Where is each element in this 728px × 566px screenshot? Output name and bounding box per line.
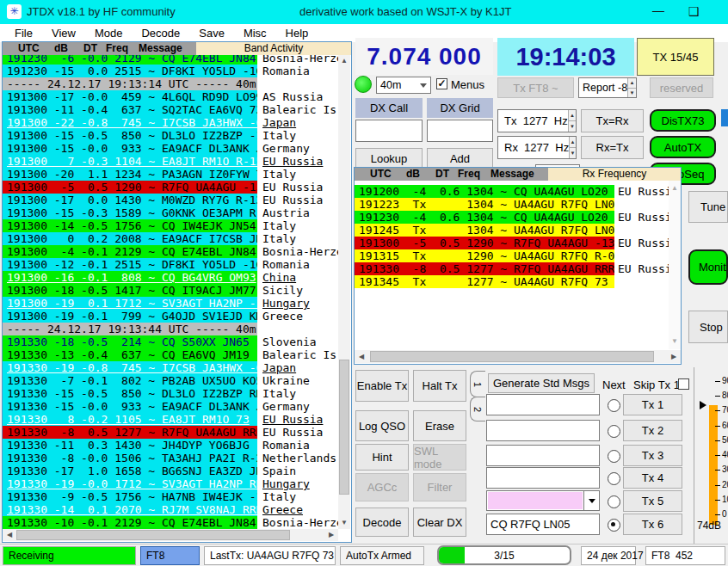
hscroll-thumb[interactable] [16, 530, 290, 540]
scroll-down-icon[interactable]: ▼ [669, 335, 681, 348]
decode-row[interactable]: China191300 -16 -0.1 808 ~ CQ BG4VRG OM9… [3, 271, 338, 284]
distx73-button[interactable]: DisTX73 [650, 109, 716, 132]
tx-select-radio-3[interactable] [608, 450, 620, 463]
clear-dx-button[interactable]: Clear DX [413, 508, 466, 537]
decode-row[interactable]: Hungary191330 -19 -0.0 1712 ~ SV3AGT HA2… [3, 477, 338, 490]
scroll-left-icon[interactable]: ◀ [4, 529, 15, 541]
tx-cycle-button[interactable]: TX 15/45 [637, 38, 714, 76]
decode-row[interactable]: Italy191300 -20 1.1 1234 ~ PA3AGN IZ0FYW… [3, 168, 338, 181]
menu-decode[interactable]: Decode [132, 24, 189, 42]
tx-6-button[interactable]: Tx 6 [623, 514, 682, 535]
meter-pointer-icon[interactable] [700, 401, 711, 409]
menu-help[interactable]: Help [276, 24, 318, 42]
tx-select-radio-1[interactable] [608, 399, 620, 412]
decode-row[interactable]: Germany191330 -15 -0.0 933 ~ EA9ACF DL3A… [3, 400, 338, 413]
decode-row[interactable]: Romania191330 -11 0.3 1430 ~ JH4DYP YO6B… [3, 439, 338, 452]
decode-row[interactable]: Bosnia-Herze191300 -4 -0.1 2129 ~ CQ E74… [3, 245, 338, 258]
tx-select-radio-4[interactable] [608, 472, 620, 485]
dx-grid-input[interactable] [427, 120, 493, 142]
menu-misc[interactable]: Misc [234, 24, 276, 42]
erase-button[interactable]: Erase [413, 410, 466, 441]
decode-row[interactable]: EU Russia191300 7 -0.3 1104 ~ EA8JT RM1O… [3, 155, 338, 168]
rx-offset-spinner[interactable]: Rx 1277 Hz ▲▼ [497, 136, 577, 159]
decode-row[interactable]: Italy191300 -15 -0.5 850 ~ DL3LO IZ2BZP … [3, 129, 338, 142]
hint-button[interactable]: Hint [355, 444, 409, 471]
menus-checkbox[interactable]: ✓ [436, 78, 447, 89]
decode-row[interactable]: Austria191300 -15 -0.3 1589 ~ G0KNK OE3A… [3, 206, 338, 219]
decode-row[interactable]: EU Russia191300 -5 0.5 1290 ~ R7FQ UA4AG… [3, 181, 338, 194]
decode-row[interactable]: Balearic Is.191330 -13 -0.4 637 ~ CQ EA6… [3, 348, 338, 361]
menu-view[interactable]: View [42, 24, 85, 42]
dx-call-input[interactable] [355, 120, 423, 142]
decode-row[interactable]: Italy191300 -14 -0.5 1756 ~ CQ IW4EJK JN… [3, 219, 338, 232]
report-spinner[interactable]: Report -8 ▲▼ [578, 77, 637, 98]
tx-5-button[interactable]: Tx 5 [623, 490, 682, 512]
decode-row[interactable]: Bosnia-Herze191330 -10 -0.1 2129 ~ CQ E7… [3, 516, 338, 529]
spinner-arrows-icon[interactable]: ▲▼ [627, 78, 636, 97]
decode-row[interactable]: 191345 Tx 1277 ~ UA4AGU R7FQ 73 [355, 275, 669, 288]
decode-row[interactable]: EU Russia191230 -4 0.6 1304 ~ CQ UA4AGU … [355, 211, 669, 224]
decode-row[interactable]: Greece191330 -14 0.1 2070 ~ RJ7M SV8NAJ … [3, 503, 338, 516]
decode-row[interactable]: Japan191330 -19 -0.8 745 ~ I7CSB JA3HWX … [3, 361, 338, 374]
tx-1-button[interactable]: Tx 1 [623, 394, 682, 415]
tx-message-combo[interactable] [486, 490, 600, 511]
decode-row[interactable]: 191315 Tx 1290 ~ UA4AGU R7FQ R-05 [355, 249, 669, 262]
decode-row[interactable]: Sicily191300 -18 -0.5 1417 ~ CQ IT9ACJ J… [3, 284, 338, 297]
stop-button[interactable]: Stop [688, 311, 728, 343]
agcc-button[interactable]: AGCc [355, 473, 409, 501]
skip-tx1-checkbox[interactable] [678, 378, 689, 390]
tx-4-button[interactable]: Tx 4 [623, 467, 682, 489]
decode-row[interactable]: Bosnia-Herze191230 -6 -0.0 2129 ~ CQ E74… [3, 55, 338, 65]
band-activity-hscrollbar[interactable]: ◀ ▶ [3, 529, 338, 541]
scroll-right-icon[interactable]: ▶ [326, 529, 336, 541]
decode-row[interactable]: 191245 Tx 1304 ~ UA4AGU R7FQ LN05 [355, 224, 669, 237]
hscroll-thumb[interactable] [370, 351, 654, 362]
decode-row[interactable]: Germany191300 -15 -0.0 933 ~ EA9ACF DL3A… [3, 142, 338, 155]
tune-button[interactable]: Tune [688, 191, 728, 223]
spinner-arrows-icon[interactable]: ▲▼ [568, 110, 576, 132]
scroll-right-icon[interactable]: ▶ [669, 350, 679, 363]
decode-row[interactable]: 191223 Tx 1304 ~ UA4AGU R7FQ LN05 [355, 198, 669, 211]
tx-message-input-4[interactable] [486, 467, 600, 489]
rx-frequency-hscrollbar[interactable]: ◀ ▶ [355, 350, 681, 363]
menu-save[interactable]: Save [189, 24, 234, 42]
autotx-button[interactable]: AutoTX [650, 136, 716, 158]
scroll-left-icon[interactable]: ◀ [356, 350, 367, 363]
halt-tx-button[interactable]: Halt Tx [413, 370, 466, 402]
decode-row[interactable]: Romania191300 -12 -0.1 2515 ~ DF8KI YO5L… [3, 258, 338, 271]
decode-row[interactable]: Romania191230 -15 0.0 2515 ~ DF8KI YO5LD… [3, 65, 338, 77]
decode-row[interactable]: Greece191300 -19 -0.1 799 ~ G4OJD SV1EJD… [3, 310, 338, 323]
decode-row[interactable]: Italy191300 0 0.2 2008 ~ EA9ACF I7CSB JN… [3, 232, 338, 245]
decode-row[interactable]: EU Russia191330 -8 0.5 1277 ~ R7FQ UA4AG… [355, 262, 669, 275]
tx-2-button[interactable]: Tx 2 [623, 420, 682, 441]
enable-tx-button[interactable]: Enable Tx [355, 370, 409, 402]
scroll-down-icon[interactable]: ▼ [338, 517, 350, 529]
tx-select-radio-6[interactable] [608, 519, 620, 532]
tx-message-input-3[interactable] [486, 445, 600, 466]
menu-file[interactable]: File [5, 24, 42, 42]
tx-select-radio-5[interactable] [608, 495, 620, 508]
decode-row[interactable]: Italy191330 -9 -0.5 1756 ~ HA7NB IW4EJK … [3, 490, 338, 503]
decode-row[interactable]: Spain191330 -17 1.0 1658 ~ BG6SNJ EA3ZD … [3, 464, 338, 477]
tab-2[interactable]: 2 [470, 397, 485, 421]
tx-message-input-1[interactable] [486, 394, 600, 415]
minimize-icon[interactable]: — [647, 2, 669, 21]
generate-std-msgs-button[interactable]: Generate Std Msgs [488, 373, 595, 393]
spinner-arrows-icon[interactable]: ▲▼ [569, 137, 576, 158]
rx-frequency-vscrollbar[interactable]: ▲ ▼ [669, 181, 681, 349]
decode-row[interactable]: EU Russia191330 -8 0.5 1277 ~ R7FQ UA4AG… [3, 426, 338, 439]
tx-mode-button[interactable]: Tx FT8 ~ [497, 77, 574, 98]
decode-row[interactable]: Balearic Is.191300 -11 -0.4 637 ~ SQ2TAC… [3, 103, 338, 116]
decode-row[interactable]: EU Russia191200 -4 0.6 1304 ~ CQ UA4AGU … [355, 185, 669, 198]
chevron-down-icon[interactable] [583, 491, 599, 510]
decode-row[interactable]: EU Russia191300 -17 0.0 1430 ~ M0WZD RY7… [3, 194, 338, 206]
rx-eq-tx-button[interactable]: Rx=Tx [581, 136, 644, 159]
decode-row[interactable]: Hungary191300 -19 0.1 1712 ~ SV3AGT HA2N… [3, 297, 338, 310]
tab-1[interactable]: 1 [470, 371, 485, 397]
filter-button[interactable]: Filter [413, 473, 466, 501]
scroll-up-icon[interactable]: ▲ [338, 55, 350, 67]
decode-row[interactable]: EU Russia191300 -5 0.5 1290 ~ R7FQ UA4AG… [355, 237, 669, 249]
tx-offset-spinner[interactable]: Tx 1277 Hz ▲▼ [497, 109, 577, 132]
tx-eq-rx-button[interactable]: Tx=Rx [581, 109, 644, 132]
maximize-icon[interactable]: ❑ [682, 2, 705, 21]
